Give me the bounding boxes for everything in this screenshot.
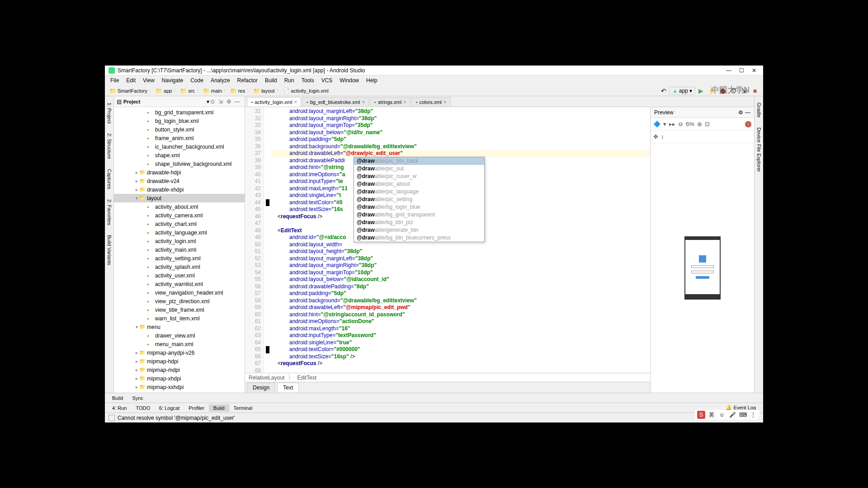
tree-file[interactable]: ▪bg_login_blue.xml [114, 117, 245, 125]
tree-file[interactable]: ▪activity_splash.xml [114, 263, 245, 271]
tree-file[interactable]: ▪activity_language.xml [114, 228, 245, 237]
breadcrumb-item[interactable]: 📁app [154, 88, 174, 94]
rotate-icon[interactable]: ↕ [661, 133, 664, 140]
bottom-tab-build[interactable]: Build [209, 404, 229, 412]
xml-path-segment[interactable]: RelativeLayout [249, 375, 284, 381]
color-gutter-icon[interactable] [266, 346, 269, 353]
bottom-tab-profiler[interactable]: Profiler [184, 404, 209, 412]
bottom-tab-run[interactable]: 4: Run [108, 404, 131, 412]
code-line[interactable]: android:layout_below="@id/account_id" [271, 276, 650, 283]
tree-file[interactable]: ▪bg_grid_transparent.xml [114, 108, 245, 117]
run-button[interactable]: ▶ [696, 86, 705, 95]
menu-help[interactable]: Help [363, 77, 381, 84]
menu-view[interactable]: View [139, 77, 158, 84]
code-line[interactable]: android:padding="5dp" [271, 136, 650, 143]
bottom-tab-todo[interactable]: TODO [131, 404, 155, 412]
close-tab-icon[interactable]: × [294, 99, 297, 105]
code-line[interactable]: android:layout_marginTop="10dp" [271, 269, 650, 277]
color-gutter-icon[interactable] [266, 199, 269, 206]
tree-file[interactable]: ▪warn_list_item.xml [114, 314, 245, 323]
tool-tab-project[interactable]: 1: Project [106, 100, 113, 126]
close-tab-icon[interactable]: × [403, 99, 406, 105]
autocomplete-popup[interactable]: @drawable/pic_btn_back@drawable/pic_out@… [354, 157, 485, 242]
tree-file[interactable]: ▪view_navigation_header.xml [114, 288, 245, 297]
autocomplete-item[interactable]: @drawable/pic_cuser_w [354, 173, 484, 180]
menu-run[interactable]: Run [281, 77, 298, 84]
code-line[interactable]: android:layout_marginLeft="38dp" [271, 255, 650, 263]
code-line[interactable]: android:hint="@string/account_id_passwor… [271, 311, 650, 319]
menu-navigate[interactable]: Navigate [158, 77, 187, 84]
back-button[interactable]: ↶ [659, 86, 668, 95]
code-line[interactable]: android:layout_below="@id/tv_name" [271, 129, 650, 136]
xml-path-segment[interactable]: EditText [297, 375, 316, 381]
tree-file[interactable]: ▪menu_main.xml [114, 340, 245, 348]
tree-file[interactable]: ▪activity_main.xml [114, 245, 245, 254]
tool-tab-favorites[interactable]: 2: Favorites [106, 197, 113, 228]
tree-file[interactable]: ▪activity_chart.xml [114, 220, 245, 228]
tree-folder[interactable]: ▸📁mipmap-xhdpi [114, 374, 245, 383]
tree-file[interactable]: ▪ic_launcher_background.xml [114, 142, 245, 151]
breadcrumb-item[interactable]: 📁src [178, 88, 197, 94]
autocomplete-item[interactable]: @drawable/pic_language [354, 188, 484, 196]
code-line[interactable]: android:layout_marginRight="38dp" [271, 262, 650, 269]
tree-file[interactable]: ▪activity_camera.xml [114, 211, 245, 220]
tree-file[interactable]: ▪view_ptz_direction.xml [114, 297, 245, 305]
autocomplete-item[interactable]: @drawable/bg_login_blue [354, 203, 484, 211]
hide-icon[interactable]: — [235, 99, 242, 105]
tool-tab-captures[interactable]: Captures [106, 166, 113, 192]
ime-item[interactable]: ⌨ [739, 411, 747, 419]
minimize-button[interactable]: — [723, 67, 734, 74]
target-icon[interactable]: ⊙ [210, 99, 217, 105]
tree-file[interactable]: ▪shape_lsitview_background.xml [114, 160, 245, 168]
code-line[interactable]: android:background="@drawable/bg_edittex… [271, 143, 650, 150]
collapse-icon[interactable]: ⇲ [218, 99, 226, 105]
ime-item[interactable]: 英 [708, 411, 716, 419]
menu-file[interactable]: File [107, 77, 123, 84]
code-line[interactable]: android:layout_height="38dp" [271, 248, 650, 255]
tree-file[interactable]: ▪view_title_frame.xml [114, 305, 245, 314]
tree-folder[interactable]: ▸📁drawable-v24 [114, 177, 245, 185]
editor-tab[interactable]: ▪bg_edt_bluestroke.xml× [302, 97, 369, 107]
bottom-tab-terminal[interactable]: Terminal [229, 404, 257, 412]
breadcrumb-item[interactable]: 📁main [201, 88, 224, 94]
breadcrumb-item[interactable]: 📄activity_login.xml [281, 88, 330, 94]
autocomplete-item[interactable]: @drawable/bg_grid_transparent [354, 211, 484, 219]
bottom-tab-sync[interactable]: Sync [127, 394, 147, 402]
preview-error-badge[interactable]: ! [745, 121, 751, 127]
tree-file[interactable]: ▪activity_warnlist.xml [114, 280, 245, 288]
autocomplete-item[interactable]: @drawable/bg_btn_bluecorners_press [354, 234, 484, 242]
code-line[interactable]: android:layout_marginTop="35dp" [271, 122, 650, 129]
tree-folder[interactable]: ▸📁mipmap-mdpi [114, 366, 245, 374]
ime-item[interactable]: 🎤 [728, 411, 736, 419]
autocomplete-item[interactable]: @drawable/bg_btn_ptz [354, 219, 484, 226]
editor-tab[interactable]: ▪strings.xml× [370, 97, 410, 107]
tree-file[interactable]: ▪button_style.xml [114, 125, 245, 134]
breadcrumb-item[interactable]: 📁res [228, 88, 247, 94]
zoom-in-icon[interactable]: ⊕ [697, 121, 702, 127]
tool-tab-structure[interactable]: 2: Structure [106, 131, 113, 162]
autocomplete-item[interactable]: @drawable/pic_out [354, 165, 484, 173]
stop-button[interactable]: ■ [750, 86, 760, 95]
menu-tools[interactable]: Tools [298, 77, 318, 84]
zoom-out-icon[interactable]: ⊖ [678, 121, 683, 127]
autocomplete-item[interactable]: @drawable/pic_about [354, 180, 484, 188]
tree-folder[interactable]: ▾📁menu [114, 323, 245, 331]
code-line[interactable]: android:drawableLeft="@draw/pic_edit_use… [271, 150, 650, 157]
mode-tab-design[interactable]: Design [247, 383, 275, 392]
preview-dropdown-icon[interactable]: ▾ [663, 121, 666, 127]
menu-window[interactable]: Window [336, 77, 363, 84]
editor-tab[interactable]: ▪colors.xml× [411, 97, 451, 107]
close-tab-icon[interactable]: × [362, 99, 365, 105]
menu-refactor[interactable]: Refactor [234, 77, 261, 84]
ime-item[interactable]: S [697, 411, 705, 419]
breadcrumb-item[interactable]: 📁layout [251, 88, 276, 94]
preview-gear-icon[interactable]: ⚙ [738, 109, 743, 116]
ime-item[interactable]: ☺ [718, 411, 726, 419]
tree-file[interactable]: ▪activity_setting.xml [114, 254, 245, 263]
tree-folder[interactable]: ▸📁mipmap-xxhdpi [114, 383, 245, 391]
bottom-tab-build[interactable]: Build [108, 394, 127, 402]
tool-tab-buildvariants[interactable]: Build Variants [106, 232, 113, 268]
close-tab-icon[interactable]: × [443, 99, 447, 105]
menu-build[interactable]: Build [261, 77, 281, 84]
code-line[interactable]: android:layout_marginLeft="38dp" [271, 108, 650, 115]
